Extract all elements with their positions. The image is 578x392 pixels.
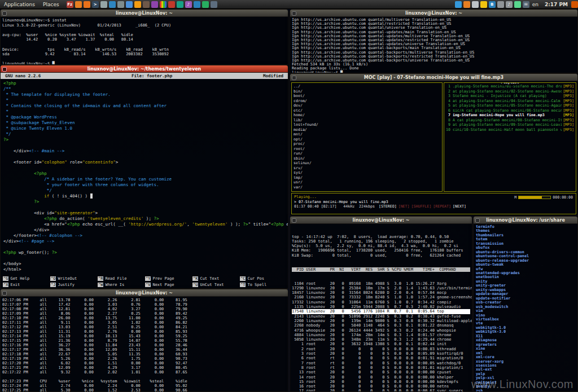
terminal-screen-iostat[interactable]: linuxnov@LinuxNov:~$ iostat Linux 3.5.0-… [1,17,288,65]
nano-line: </div><!-- #page --> [3,239,285,244]
recorder-icon[interactable] [168,1,175,8]
spectrum-icon[interactable] [160,1,167,8]
dropbox-icon[interactable] [472,1,479,8]
code-segment: </div> [3,227,49,232]
calculator-icon[interactable] [117,1,124,8]
terminal-screen-apt[interactable]: Ign http://us.archive.ubuntu.com quantal… [290,17,577,73]
nano-line: </div> [3,227,285,233]
process-row: 14 root 20 0 0 0 0 S 0.0 0.0 0:00.00 khe… [292,375,470,380]
battery-icon[interactable] [514,1,521,8]
nano-shortcut: ^WWhere Is [98,282,145,288]
code-segment: > [116,160,119,165]
terminal-screen-sar[interactable]: 02:17:06 PM all 13.78 0.00 2.26 2.81 0.0… [1,297,288,392]
shortcut-key: ^U [192,283,198,287]
writer-icon[interactable] [109,1,116,8]
nano-line: <?php wp_footer(); ?> [3,250,285,256]
shortcut-key: ^R [98,276,103,281]
shortcut-key: ^W [98,283,103,287]
clock[interactable]: 2:17 PM [545,2,568,7]
code-segment: esc_attr_e( [284,222,288,227]
downloads-icon[interactable] [194,1,200,8]
moc-screen[interactable]: ../bin/boot/cdrom/dev/etc/home/lib/lost+… [290,81,577,216]
volume-icon[interactable]: ♪ [506,1,513,8]
moc-dir-item: sys/ [294,170,440,175]
moc-dir-item: proc/ [294,142,440,147]
bluetooth-icon[interactable]: B [489,1,496,8]
nano-editor[interactable]: <?php/** * The template for displaying t… [1,79,288,276]
titlebar-sar[interactable]: linuxnov@LinuxNov: ~ [1,289,288,297]
track-title: sic/A cat playing-Stefano mocini/06-Stef… [453,108,562,113]
shortcut-key: ^X [3,283,8,287]
moc-file-browser[interactable]: ../bin/boot/cdrom/dev/etc/home/lib/lost+… [291,82,443,192]
files-icon[interactable] [75,1,82,8]
moc-playlist-pane[interactable]: Playlist 1 .playing-Stefano mocini/01-St… [444,82,576,192]
track-number: 2 [446,89,453,94]
titlebar-apt[interactable]: linuxnov@LinuxNov: ~ [290,10,577,17]
update-icon[interactable] [463,1,470,8]
chrome-icon[interactable] [126,1,133,8]
code-segment: <?php [3,81,16,86]
mixer-bar[interactable] [518,196,551,199]
gedit-icon[interactable] [100,1,107,8]
keyboard-indicator[interactable]: en [532,2,538,7]
filezilla-icon[interactable]: Fz [67,1,73,8]
nano-shortcut: ^CCur Pos [240,276,287,282]
directory-entry: transmission [476,242,575,246]
track-number: 1 [446,84,453,89]
titlebar-nano[interactable]: linuxnov@LinuxNov: ~/themes/twentyeleven [1,65,288,73]
terminal-window-usrshare: linuxnov@LinuxNov: /usr/share terminfoth… [473,216,578,392]
moc-playlist: 1 .playing-Stefano mocini/01-Stefano moc… [446,84,574,132]
titlebar-top[interactable]: linuxnov@LinuxNov: ~ [290,217,472,224]
track-title: at playing-Stefano mocini/05-Stefano moc… [453,103,562,108]
vlc-icon[interactable] [134,1,141,8]
code-segment: ); [143,216,154,221]
terminal-screen-top[interactable]: top - 14:17:42 up 7:02, 8 users, load av… [290,224,472,392]
network-icon[interactable] [497,1,504,8]
terminal-icon [292,218,296,223]
music-player-icon[interactable]: ♪ [185,1,192,8]
firefox-icon[interactable] [84,1,90,8]
session-menu-icon[interactable] [571,1,578,8]
nano-line: * [3,109,285,114]
code-segment: <?php [67,222,80,227]
moc-dir-item: cdrom/ [294,99,440,104]
places-menu[interactable]: Places [39,0,63,9]
code-segment: * [3,98,8,103]
screenshot-icon[interactable] [151,1,158,8]
code-segment: <!-- #colophon --> [37,233,82,238]
terminal-screen-usrshare[interactable]: terminfothemesthumbnailerstotemtransmiss… [474,224,577,392]
moc-dir-item: etc/ [294,108,440,113]
color-picker-icon[interactable] [177,1,183,8]
playlist-item: 8 A cat playing-Stefano mocini/08-Stefan… [446,118,574,123]
gimp-icon[interactable] [143,1,150,8]
code-segment: <footer id= [3,160,42,165]
code-segment: "site-generator" [54,210,95,215]
code-segment: </footer> [3,233,37,238]
nano-line: * @package WordPress [3,114,285,120]
titlebar-moc[interactable]: MOC [play] - 07-Stefano mocini-Hope you … [290,74,577,81]
moc-directory-list: ../bin/boot/cdrom/dev/etc/home/lib/lost+… [294,84,440,190]
track-number: 3 [446,94,453,99]
weather-icon[interactable] [480,1,487,8]
chat-icon[interactable] [202,1,209,8]
terminal-icon[interactable]: > [92,1,99,8]
terminal-icon [475,218,480,223]
nano-shortcut: ^GGet Help [3,276,50,282]
applications-menu[interactable]: Applications [0,0,39,9]
nano-editor-window: linuxnov@LinuxNov: ~/themes/twentyeleven… [0,65,288,289]
messages-icon[interactable]: ✉ [523,1,529,8]
system-monitor-icon[interactable] [455,1,462,8]
titlebar-usrshare[interactable]: linuxnov@LinuxNov: /usr/share [474,217,577,224]
nano-header: GNU nano 2.2.6 File: footer.php Modified [1,73,288,79]
process-row: 5058 linuxnov 20 0 348m 23m 11m S 0.3 1.… [292,337,470,342]
playlist-item: 2 at playing-Stefano mocini/02-Stefano m… [446,89,574,94]
track-number: 8 [446,118,453,123]
moc-dir-item: opt/ [294,137,440,142]
directory-entry: vim [476,309,575,313]
code-segment: */ [3,188,52,193]
track-title: at playing-Stefano mocini/04-Stefano moc… [453,99,562,104]
nano-line: </div><!-- #main --> [3,148,285,154]
mixer-value: 000:00:00 [553,195,573,200]
titlebar-iostat[interactable]: linuxnov@LinuxNov: ~ [1,10,288,17]
camera-icon[interactable] [211,1,217,8]
